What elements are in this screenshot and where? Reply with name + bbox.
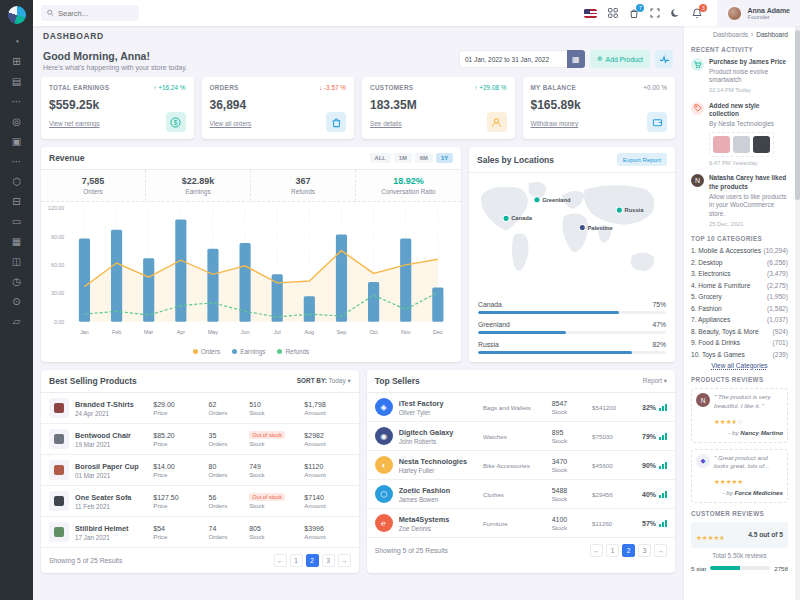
category-row[interactable]: 3. Electronics(3,479): [691, 270, 788, 277]
sidebar-item-tables-icon[interactable]: ▦: [12, 236, 21, 247]
page-button-next[interactable]: →: [654, 544, 667, 557]
category-row[interactable]: 6. Fashion(1,582): [691, 305, 788, 312]
page-button-3[interactable]: 3: [638, 544, 651, 557]
sidebar-item-widgets-icon[interactable]: ⊟: [12, 196, 20, 207]
page-title: DASHBOARD: [43, 31, 104, 41]
user-avatar: [727, 6, 742, 21]
search-box[interactable]: [41, 5, 139, 21]
category-row[interactable]: 9. Food & Drinks(701): [691, 339, 788, 346]
seller-row[interactable]: ℮ Meta4SystemsZoe Dennis Furniture 4100S…: [367, 509, 675, 537]
sidebar-item-apps-icon[interactable]: ⊞: [12, 56, 20, 67]
kpi-label: CUSTOMERS: [370, 84, 413, 91]
kpi-label: MY BALANCE: [531, 84, 577, 91]
product-row[interactable]: Stillbird Helmet17 Jan 2021 $54Price 74O…: [41, 517, 359, 547]
product-row[interactable]: One Seater Sofa11 Feb 2021 $127.50Price …: [41, 486, 359, 517]
rating-stars: ★★★★★☆: [696, 526, 725, 544]
customer-reviews-title: CUSTOMER REVIEWS: [691, 510, 788, 517]
language-flag-icon[interactable]: [584, 9, 597, 18]
page-button-3[interactable]: 3: [322, 554, 335, 567]
top-categories-list: 1. Mobile & Accessories(10,294) 2. Deskt…: [691, 247, 788, 358]
view-all-categories-link[interactable]: View all Categories: [691, 362, 788, 369]
cart-icon[interactable]: 7: [629, 8, 639, 19]
sidebar-item-pages-icon[interactable]: ▣: [12, 136, 21, 147]
range-button-1m[interactable]: 1M: [394, 153, 412, 163]
reviewer-avatar: N: [696, 393, 710, 407]
seller-row[interactable]: ◈ iTest FactoryOliver Tyler Bags and Wal…: [367, 393, 675, 422]
range-button-all[interactable]: ALL: [370, 153, 391, 163]
search-input[interactable]: [58, 9, 133, 18]
page-button-prev[interactable]: ←: [590, 544, 603, 557]
page-button-2[interactable]: 2: [622, 544, 635, 557]
category-row[interactable]: 2. Desktop(6,256): [691, 259, 788, 266]
sidebar-item-menu-dots-1-icon[interactable]: ⋯: [12, 96, 22, 107]
product-row[interactable]: Borosil Paper Cup01 Mar 2021 $14.00Price…: [41, 455, 359, 486]
dark-mode-moon-icon[interactable]: [671, 8, 681, 18]
sidebar-item-layouts-icon[interactable]: ▤: [12, 76, 21, 87]
legend-item-refunds[interactable]: Refunds: [277, 348, 309, 355]
fullscreen-icon[interactable]: [650, 8, 660, 18]
sidebar-item-components-icon[interactable]: ⬡: [12, 176, 21, 187]
page-button-2[interactable]: 2: [306, 554, 319, 567]
sidebar-item-menu-dots-2-icon[interactable]: ⋯: [12, 156, 22, 167]
category-row[interactable]: 7. Appliances(1,037): [691, 316, 788, 323]
activity-shortcut-button[interactable]: [655, 50, 673, 68]
breadcrumb-root[interactable]: Dashboards: [713, 31, 748, 38]
page-button-1[interactable]: 1: [290, 554, 303, 567]
right-panel: Dashboards › Dashboard RECENT ACTIVITY P…: [683, 26, 795, 600]
seller-row[interactable]: ⬡ Zoetic FashionJames Bowen Clothes 5488…: [367, 480, 675, 509]
recent-activity-list: Purchase by James Price Product noise ev…: [691, 58, 788, 228]
product-row[interactable]: Branded T-Shirts24 Apr 2021 $29.00Price …: [41, 393, 359, 424]
kpi-delta: +0.00 %: [643, 84, 667, 91]
app-logo-icon[interactable]: [8, 6, 26, 24]
kpi-card-customers: CUSTOMERS ↑ +29.08 % 183.35M See details: [362, 77, 515, 139]
report-dropdown[interactable]: Report ▾: [643, 377, 667, 385]
products-reviews-title: PRODUCTS REVIEWS: [691, 376, 788, 383]
svg-text:Nov: Nov: [401, 329, 411, 335]
page-scrollbar[interactable]: [795, 0, 800, 600]
seller-row[interactable]: ◉ Digitech GalaxyJohn Roberts Watches 89…: [367, 422, 675, 451]
sidebar-item-forms-icon[interactable]: ▭: [12, 216, 21, 227]
activity-item[interactable]: Purchase by James Price Product noise ev…: [691, 58, 788, 95]
page-button-next[interactable]: →: [338, 554, 351, 567]
sidebar-item-maps-icon[interactable]: ⊙: [12, 296, 20, 307]
category-row[interactable]: 8. Beauty, Toys & More(924): [691, 328, 788, 335]
best-selling-products-panel: Best Selling Products SORT BY: Today ▾ B…: [41, 370, 359, 573]
sidebar-item-multilevel-icon[interactable]: ▱: [13, 316, 21, 327]
kpi-link[interactable]: View net earnings: [49, 120, 100, 127]
sidebar-item-charts-icon[interactable]: ◫: [12, 256, 21, 267]
notifications-bell-icon[interactable]: 3: [692, 8, 702, 19]
calendar-button[interactable]: ▦: [567, 50, 585, 68]
activity-item[interactable]: Added new style collection By Nesta Tech…: [691, 102, 788, 168]
export-report-button[interactable]: Export Report: [617, 153, 667, 166]
breadcrumb: Dashboards › Dashboard: [691, 31, 788, 38]
seller-row[interactable]: ◗ Nesta TechnologiesHarley Fuller Bike A…: [367, 451, 675, 480]
star-full-icon: ★: [737, 478, 743, 485]
kpi-link[interactable]: See details: [370, 120, 402, 127]
category-row[interactable]: 1. Mobile & Accessories(10,294): [691, 247, 788, 254]
product-row[interactable]: Bentwood Chair19 Mar 2021 $85.20Price 35…: [41, 424, 359, 455]
apps-grid-icon[interactable]: [608, 8, 618, 18]
kpi-link[interactable]: View all orders: [210, 120, 252, 127]
page-button-1[interactable]: 1: [606, 544, 619, 557]
scrollbar-thumb[interactable]: [795, 30, 800, 200]
page-button-prev[interactable]: ←: [274, 554, 287, 567]
category-row[interactable]: 4. Home & Furniture(2,275): [691, 282, 788, 289]
range-button-6m[interactable]: 6M: [415, 153, 433, 163]
sidebar-item-dashboards-icon[interactable]: ◔: [13, 36, 19, 47]
range-button-1y[interactable]: 1Y: [436, 153, 453, 163]
kpi-value: $559.25k: [49, 98, 186, 112]
category-row[interactable]: 10. Toys & Games(239): [691, 351, 788, 358]
user-menu[interactable]: Anna Adame Founder: [717, 0, 800, 26]
revenue-stats: 7,585Orders $22.89kEarnings 367Refunds 1…: [41, 170, 461, 202]
svg-text:Sep: Sep: [337, 329, 347, 335]
legend-item-earnings[interactable]: Earnings: [232, 348, 265, 355]
category-row[interactable]: 5. Grocery(1,950): [691, 293, 788, 300]
kpi-link[interactable]: Withdraw money: [531, 120, 579, 127]
legend-item-orders[interactable]: Orders: [193, 348, 221, 355]
add-product-button[interactable]: ⊕Add Product: [590, 50, 650, 68]
activity-item[interactable]: N Natasha Carey have liked the products …: [691, 174, 788, 228]
date-range-input[interactable]: [459, 50, 567, 68]
sidebar-item-authentication-icon[interactable]: ◎: [12, 116, 21, 127]
sidebar-item-icons-icon[interactable]: ◷: [12, 276, 21, 287]
sort-by-dropdown[interactable]: SORT BY: Today ▾: [297, 377, 351, 385]
